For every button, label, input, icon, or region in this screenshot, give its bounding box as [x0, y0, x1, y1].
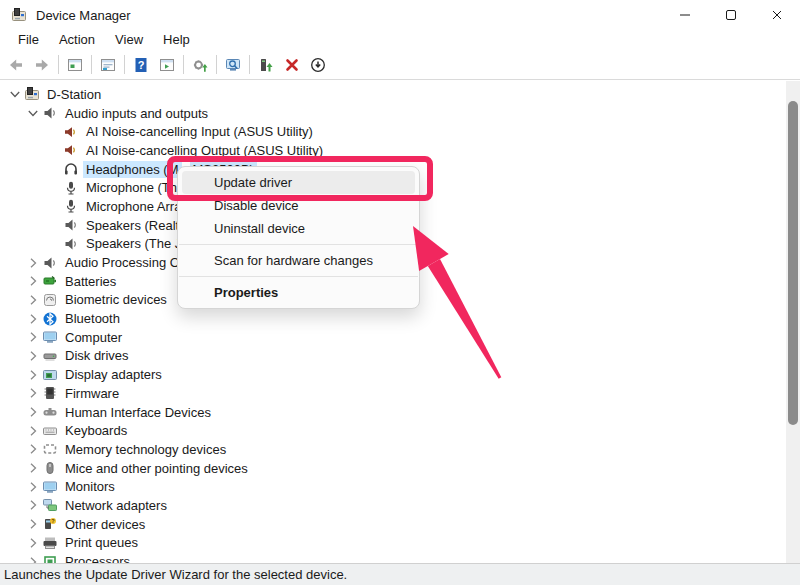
tree-item-human-interface-devices[interactable]: Human Interface Devices	[0, 403, 786, 422]
menu-action[interactable]: Action	[49, 30, 105, 50]
vertical-scrollbar[interactable]	[786, 81, 800, 564]
context-menu-item-update-driver[interactable]: Update driver	[182, 171, 415, 194]
menu-separator	[179, 244, 418, 245]
window-controls	[662, 0, 800, 30]
chevron-down-icon[interactable]	[24, 105, 41, 122]
toolbar-separator	[58, 55, 59, 74]
chevron-right-icon[interactable]	[24, 291, 41, 308]
tree-item-label: Microphone (The	[83, 179, 187, 196]
tree-item-label: AI Noise-cancelling Input (ASUS Utility)	[83, 123, 316, 140]
chevron-right-icon[interactable]	[24, 404, 41, 421]
tree-item-label: Speakers (The Jo	[83, 235, 192, 252]
show-action-pane-button[interactable]	[154, 52, 180, 77]
tree-item-disk-drives[interactable]: Disk drives	[0, 347, 786, 366]
chevron-right-icon[interactable]	[24, 310, 41, 327]
chevron-right-icon[interactable]	[24, 497, 41, 514]
properties-icon	[100, 57, 116, 73]
tree-item-label: Monitors	[62, 478, 118, 495]
tree-item-monitors[interactable]: Monitors	[0, 477, 786, 496]
tree-item-bluetooth[interactable]: Bluetooth	[0, 309, 786, 328]
tree-item-mice-and-other-pointing-devices[interactable]: Mice and other pointing devices	[0, 459, 786, 478]
tree-item-computer[interactable]: Computer	[0, 328, 786, 347]
back-icon	[8, 57, 24, 73]
chevron-right-icon[interactable]	[24, 254, 41, 271]
toolbar: ?	[0, 50, 800, 80]
update-device-driver-button[interactable]	[253, 52, 279, 77]
network-icon	[41, 497, 58, 514]
tree-item-label: Mice and other pointing devices	[62, 460, 251, 477]
audio-endpoint-icon	[62, 123, 79, 140]
tree-item-ai-noise-cancelling-input-asus-utility[interactable]: AI Noise-cancelling Input (ASUS Utility)	[0, 122, 786, 141]
tree-item-label: Human Interface Devices	[62, 404, 214, 421]
chevron-right-icon[interactable]	[24, 478, 41, 495]
chevron-right-icon[interactable]	[24, 460, 41, 477]
memory-icon	[41, 441, 58, 458]
battery-icon	[41, 273, 58, 290]
scan-hardware-icon	[225, 57, 241, 73]
chevron-right-icon[interactable]	[24, 516, 41, 533]
device-tree: D-StationAudio inputs and outputsAI Nois…	[0, 81, 786, 564]
help-icon: ?	[133, 57, 149, 73]
chevron-right-icon[interactable]	[24, 347, 41, 364]
disable-device-button[interactable]	[305, 52, 331, 77]
tree-item-label: Audio Processing Ob	[62, 254, 190, 271]
context-menu-item-disable-device[interactable]: Disable device	[182, 194, 415, 217]
title-bar: Device Manager	[0, 0, 800, 30]
chevron-right-icon[interactable]	[24, 329, 41, 346]
tree-item-label: D-Station	[44, 86, 104, 103]
properties-button[interactable]	[95, 52, 121, 77]
help-button[interactable]: ?	[128, 52, 154, 77]
chevron-right-icon[interactable]	[24, 385, 41, 402]
chevron-right-icon[interactable]	[24, 366, 41, 383]
forward-icon	[34, 57, 50, 73]
tree-item-label: Memory technology devices	[62, 441, 229, 458]
chevron-right-icon[interactable]	[24, 273, 41, 290]
tree-item-print-queues[interactable]: Print queues	[0, 534, 786, 553]
context-menu-item-uninstall-device[interactable]: Uninstall device	[182, 217, 415, 240]
chevron-right-icon[interactable]	[24, 441, 41, 458]
context-menu-item-properties[interactable]: Properties	[182, 281, 415, 304]
forward-button[interactable]	[29, 52, 55, 77]
maximize-button[interactable]	[708, 0, 754, 30]
maximize-icon	[723, 7, 739, 23]
update-driver-button[interactable]	[187, 52, 213, 77]
show-console-tree-button[interactable]	[62, 52, 88, 77]
headphones-icon	[62, 161, 79, 178]
tree-item-audio-inputs-and-outputs[interactable]: Audio inputs and outputs	[0, 104, 786, 123]
chevron-right-icon[interactable]	[24, 422, 41, 439]
tree-item-memory-technology-devices[interactable]: Memory technology devices	[0, 440, 786, 459]
scan-for-hardware-changes-button[interactable]	[220, 52, 246, 77]
monitor-icon	[41, 478, 58, 495]
tree-item-firmware[interactable]: Firmware	[0, 384, 786, 403]
menu-view[interactable]: View	[105, 30, 153, 50]
tree-item-ai-noise-cancelling-output-asus-utility[interactable]: AI Noise-cancelling Output (ASUS Utility…	[0, 141, 786, 160]
disk-icon	[41, 347, 58, 364]
uninstall-device-button[interactable]	[279, 52, 305, 77]
tree-item-keyboards[interactable]: Keyboards	[0, 421, 786, 440]
minimize-icon	[677, 7, 693, 23]
context-menu-item-scan-for-hardware-changes[interactable]: Scan for hardware changes	[182, 249, 415, 272]
tree-item-network-adapters[interactable]: Network adapters	[0, 496, 786, 515]
tree-item-label: Other devices	[62, 516, 148, 533]
window-title: Device Manager	[36, 8, 131, 23]
speaker-icon	[62, 217, 79, 234]
tree-item-display-adapters[interactable]: Display adapters	[0, 365, 786, 384]
close-button[interactable]	[754, 0, 800, 30]
microphone-icon	[62, 179, 79, 196]
tree-item-d-station[interactable]: D-Station	[0, 85, 786, 104]
tree-item-other-devices[interactable]: ?Other devices	[0, 515, 786, 534]
uninstall-icon	[284, 57, 300, 73]
back-button[interactable]	[3, 52, 29, 77]
firmware-icon	[41, 385, 58, 402]
bluetooth-icon	[41, 310, 58, 327]
scrollbar-thumb[interactable]	[788, 101, 798, 425]
tree-item-label: Firmware	[62, 385, 122, 402]
toolbar-separator	[216, 55, 217, 74]
chevron-down-icon[interactable]	[6, 86, 23, 103]
speaker-icon	[62, 235, 79, 252]
minimize-button[interactable]	[662, 0, 708, 30]
device-manager-window: Device Manager FileActionViewHelp ? D-St…	[0, 0, 800, 585]
menu-help[interactable]: Help	[153, 30, 200, 50]
chevron-right-icon[interactable]	[24, 534, 41, 551]
menu-file[interactable]: File	[8, 30, 49, 50]
